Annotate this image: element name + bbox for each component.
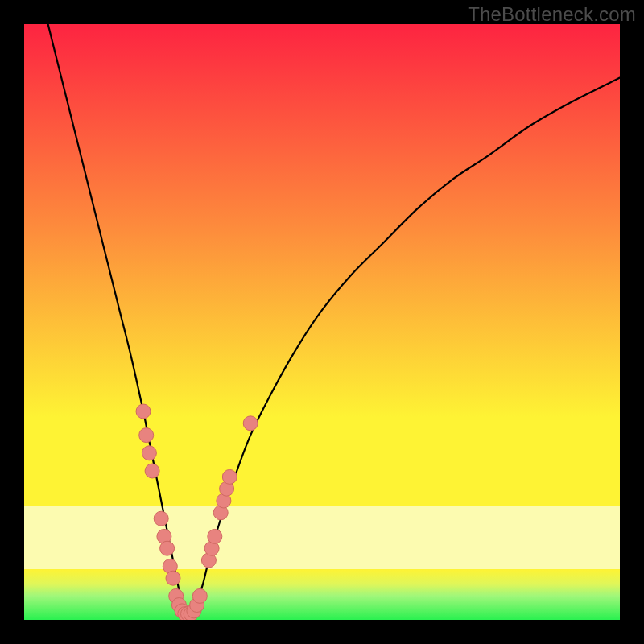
gradient-background <box>24 24 620 620</box>
data-point <box>166 571 180 585</box>
data-point <box>160 541 175 555</box>
data-point <box>192 588 207 603</box>
data-point <box>208 529 222 543</box>
data-point <box>142 446 156 460</box>
chart-frame: TheBottleneck.com <box>0 0 644 644</box>
data-point <box>136 404 151 419</box>
data-point <box>145 464 159 478</box>
plot-area <box>24 24 620 620</box>
data-point <box>139 428 154 443</box>
bottleneck-chart <box>24 24 620 620</box>
data-point <box>243 416 258 431</box>
watermark-text: TheBottleneck.com <box>468 3 636 26</box>
data-point <box>154 511 168 526</box>
data-point <box>222 469 237 484</box>
